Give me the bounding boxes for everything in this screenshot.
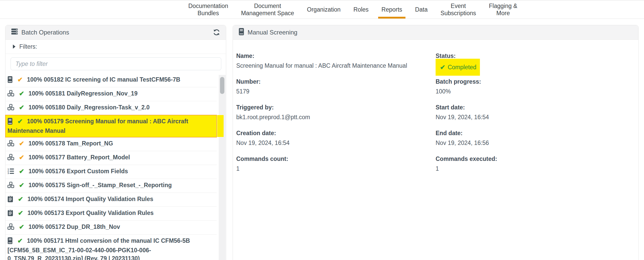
field-batch-progress: Batch progress: 100% bbox=[436, 78, 621, 103]
batch-operations-header: Batch Operations bbox=[5, 25, 226, 40]
batch-operation-row[interactable]: ✔ 100% 005173 Export Quality Validation … bbox=[5, 207, 217, 221]
check-icon: ✔ bbox=[19, 167, 24, 175]
field-label: End date: bbox=[436, 129, 621, 137]
batch-operation-label: 100% 005174 Import Quality Validation Ru… bbox=[28, 196, 153, 202]
filter-input[interactable] bbox=[11, 57, 221, 70]
field-end-date: End date: Nov 19, 2024, 16:56 bbox=[436, 129, 621, 155]
cubes-icon bbox=[7, 223, 14, 232]
tab-flagging-more[interactable]: Flagging & More bbox=[482, 1, 524, 19]
batch-operation-label: 100% 005182 IC screening of IC manual Te… bbox=[27, 76, 180, 83]
manual-screening-header: Manual Screening bbox=[233, 25, 638, 40]
field-value: Nov 19, 2024, 16:54 bbox=[236, 139, 432, 147]
field-label: Commands count: bbox=[236, 155, 432, 163]
nav-tabs: Documentation Bundles Document Managemen… bbox=[182, 1, 524, 19]
batch-operation-row[interactable]: ✔ 100% 005171 Html conversion of the man… bbox=[5, 235, 217, 260]
detail-column-left: Name: Screening Manual for manual : ABC … bbox=[236, 52, 432, 181]
field-value: Nov 19, 2024, 16:54 bbox=[436, 113, 621, 121]
field-start-date: Start date: Nov 19, 2024, 16:54 bbox=[436, 103, 621, 129]
field-number: Number: 5179 bbox=[236, 78, 432, 103]
tab-data[interactable]: Data bbox=[409, 1, 434, 19]
check-icon: ✔ bbox=[17, 237, 23, 245]
batch-operation-row[interactable]: ✔ 100% 005181 DailyRegression_Nov_19 bbox=[5, 87, 217, 101]
check-icon: ✔ bbox=[17, 75, 23, 84]
field-value: 5179 bbox=[236, 88, 432, 95]
field-label: Batch progress: bbox=[436, 78, 621, 85]
batch-operation-label: 100% 005180 Daily_Regression-Task_v_2.0 bbox=[29, 104, 150, 111]
check-icon: ✔ bbox=[19, 181, 24, 189]
check-icon: ✔ bbox=[19, 103, 24, 111]
field-commands-executed: Commands executed: 1 bbox=[436, 155, 621, 181]
check-icon: ✔ bbox=[19, 223, 24, 231]
check-icon: ✔ bbox=[17, 117, 23, 125]
status-value: Completed bbox=[448, 64, 476, 71]
refresh-icon[interactable] bbox=[213, 29, 220, 36]
batch-operation-label: 100% 005173 Export Quality Validation Ru… bbox=[28, 210, 154, 216]
manual-screening-title: Manual Screening bbox=[248, 29, 297, 36]
detail-column-right: Status: ✔ Completed Batch progress: 100%… bbox=[436, 52, 621, 181]
batch-operation-label: 100% 005171 Html conversion of the manua… bbox=[7, 237, 190, 260]
check-icon: ✔ bbox=[440, 64, 445, 71]
field-creation-date: Creation date: Nov 19, 2024, 16:54 bbox=[236, 129, 432, 155]
batch-operation-label: 100% 005176 Export Custom Fields bbox=[29, 168, 128, 175]
book-icon bbox=[7, 118, 13, 127]
batch-operations-title: Batch Operations bbox=[21, 29, 69, 36]
cubes-icon bbox=[7, 104, 14, 113]
field-value: 1 bbox=[236, 165, 432, 172]
tab-event-subscriptions[interactable]: Event Subscriptions bbox=[434, 1, 482, 19]
batch-operations-list: ✔ 100% 005182 IC screening of IC manual … bbox=[5, 73, 217, 260]
cubes-icon bbox=[7, 154, 14, 163]
caret-right-icon bbox=[13, 45, 15, 49]
field-value: bk1.root.preprod.1@ptt.com bbox=[236, 113, 432, 121]
filters-toggle[interactable]: Filters: bbox=[5, 40, 226, 54]
batch-operation-row[interactable]: ✔ 100% 005177 Battery_Report_Model bbox=[5, 151, 217, 165]
scrollbar-thumb[interactable] bbox=[220, 77, 224, 94]
batch-operation-row[interactable]: ✔ 100% 005180 Daily_Regression-Task_v_2.… bbox=[5, 101, 217, 115]
filters-label: Filters: bbox=[19, 43, 37, 50]
field-value: Nov 19, 2024, 16:56 bbox=[436, 139, 621, 147]
field-triggered-by: Triggered by: bk1.root.preprod.1@ptt.com bbox=[236, 103, 432, 129]
top-navigation: Documentation Bundles Document Managemen… bbox=[0, 1, 644, 19]
tab-organization[interactable]: Organization bbox=[301, 1, 347, 19]
check-icon: ✔ bbox=[19, 139, 24, 148]
field-value: 1 bbox=[436, 165, 621, 172]
batch-operation-label: 100% 005179 Screening Manual for manual … bbox=[7, 118, 188, 134]
field-status: Status: ✔ Completed bbox=[436, 52, 621, 78]
batch-operation-label: 100% 005178 Tam_Report_NG bbox=[29, 140, 113, 147]
tab-roles[interactable]: Roles bbox=[347, 1, 375, 19]
batch-operation-row[interactable]: ✔ 100% 005182 IC screening of IC manual … bbox=[5, 73, 217, 87]
tab-document-management-space[interactable]: Document Management Space bbox=[235, 1, 301, 19]
batch-operation-row[interactable]: ✔ 100% 005172 Dup_DR_18th_Nov bbox=[5, 221, 217, 235]
field-name: Name: Screening Manual for manual : ABC … bbox=[236, 52, 432, 78]
clipboard-icon bbox=[7, 210, 13, 218]
svg-text:3: 3 bbox=[8, 172, 9, 175]
selection-highlight-overflow bbox=[217, 115, 224, 137]
cubes-icon bbox=[7, 90, 14, 99]
ordered-list-icon: 123 bbox=[7, 168, 14, 177]
manual-screening-panel: Manual Screening Name: Screening Manual … bbox=[233, 25, 639, 260]
book-icon bbox=[239, 28, 244, 37]
batch-operation-row[interactable]: ✔ 100% 005178 Tam_Report_NG bbox=[5, 137, 217, 151]
batch-operation-row[interactable]: ✔ 100% 005179 Screening Manual for manua… bbox=[5, 115, 217, 137]
tab-documentation-bundles[interactable]: Documentation Bundles bbox=[182, 1, 235, 19]
batch-operation-row[interactable]: 123 ✔ 100% 005176 Export Custom Fields bbox=[5, 165, 217, 179]
server-icon bbox=[11, 28, 18, 37]
field-label: Triggered by: bbox=[236, 103, 432, 111]
list-scrollbar[interactable] bbox=[219, 75, 226, 260]
batch-operation-row[interactable]: ✔ 100% 005175 Sign-off_-_Stamp_Reset_-_R… bbox=[5, 179, 217, 193]
batch-operation-label: 100% 005172 Dup_DR_18th_Nov bbox=[29, 223, 120, 230]
status-badge: ✔ Completed bbox=[436, 59, 480, 76]
book-icon bbox=[7, 76, 13, 85]
field-value: Screening Manual for manual : ABC Aircra… bbox=[236, 62, 432, 70]
batch-operation-label: 100% 005177 Battery_Report_Model bbox=[29, 154, 130, 161]
batch-operations-panel: Batch Operations Filters: ✔ 100% 005182 … bbox=[5, 25, 226, 260]
field-label: Number: bbox=[236, 78, 432, 85]
tab-reports[interactable]: Reports bbox=[375, 1, 409, 19]
field-label: Name: bbox=[236, 52, 432, 60]
cubes-icon bbox=[7, 182, 14, 190]
book-icon bbox=[7, 237, 13, 246]
batch-operation-label: 100% 005181 DailyRegression_Nov_19 bbox=[29, 90, 138, 97]
batch-operation-row[interactable]: ✔ 100% 005174 Import Quality Validation … bbox=[5, 193, 217, 207]
clipboard-icon bbox=[7, 196, 13, 204]
field-label: Commands executed: bbox=[436, 155, 621, 163]
field-commands-count: Commands count: 1 bbox=[236, 155, 432, 181]
